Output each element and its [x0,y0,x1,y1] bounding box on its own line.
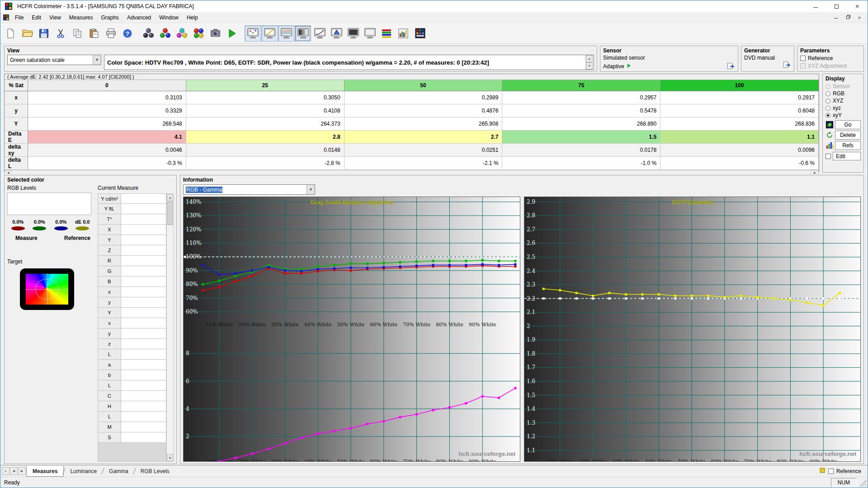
document-icon[interactable] [3,14,9,20]
toolbar-paste-button[interactable] [86,25,102,42]
display-option-xyy[interactable]: xyY [826,112,861,119]
refs-button[interactable]: Refs [835,141,861,150]
table-cell[interactable]: 0.0148 [186,144,344,157]
table-cell[interactable]: 0.4876 [344,104,503,117]
table-cell[interactable]: 265.908 [344,117,503,131]
radio-icon[interactable] [826,113,830,118]
toolbar-color-histogram-button[interactable] [395,25,411,42]
saturation-scale-dropdown[interactable]: Green saturation scale ▼ [7,55,101,65]
tab-measures[interactable]: Measures [26,466,64,477]
sensor-config-icon[interactable] [726,62,735,70]
toolbar-view-luminance-button[interactable] [311,25,328,42]
radio-icon[interactable] [826,84,830,89]
toolbar-spheres-rgb-button[interactable] [157,25,173,42]
table-cell[interactable]: 2.7 [344,131,503,144]
toolbar-view-gamma-button[interactable] [261,25,278,42]
toolbar-measure-grid-button[interactable] [412,25,428,42]
menu-edit[interactable]: Edit [28,13,45,22]
mdi-minimize-button[interactable] [832,14,840,21]
toolbar-spheres-dark-button[interactable] [140,25,156,42]
tab-rgb-levels[interactable]: RGB Levels [135,466,175,476]
tab-scroll-right-button[interactable]: ► [18,467,26,475]
table-cell[interactable]: 0.3329 [28,104,186,117]
menu-view[interactable]: View [45,13,65,22]
radio-icon[interactable] [826,106,830,111]
scroll-down-icon[interactable]: ▼ [167,454,173,461]
tab-luminance[interactable]: Luminance [64,466,103,476]
minimize-button[interactable] [805,0,826,12]
table-cell[interactable]: -0.3 % [28,157,186,170]
table-cell[interactable]: 0.2917 [660,91,819,104]
graph-type-dropdown[interactable]: RGB - Gamma ▼ [183,184,315,195]
table-cell[interactable]: 4.1 [28,131,186,144]
toolbar-saturation-bars-button[interactable] [378,25,395,42]
toolbar-view-rgb-levels-button[interactable] [278,25,294,42]
toolbar-run-button[interactable] [224,25,240,42]
table-cell[interactable]: 0.2989 [344,91,503,104]
table-cell[interactable]: 264.373 [186,117,344,131]
toolbar-spheres-cmy-button[interactable] [174,25,190,42]
close-button[interactable]: × [847,0,868,12]
table-cell[interactable]: 268.890 [502,117,660,131]
menu-advanced[interactable]: Advanced [123,13,155,22]
tab-scroll-left-button[interactable]: ◄ [10,467,18,475]
table-cell[interactable]: 1.5 [502,131,660,144]
generator-config-icon[interactable] [783,61,791,70]
table-cell[interactable]: 0.0178 [502,144,660,157]
delete-button[interactable]: Delete [835,131,861,140]
toolbar-view-free-measures-button[interactable] [245,25,261,42]
display-option-sensor[interactable]: Sensor [826,83,861,90]
toolbar-view-near-white-button[interactable] [362,25,378,42]
table-cell[interactable]: -1.0 % [502,157,660,170]
table-cell[interactable]: 1.1 [660,131,819,144]
spinner-down-button[interactable]: ▼ [586,62,593,70]
menu-graphs[interactable]: Graphs [97,13,123,22]
toolbar-view-grayscale-button[interactable] [295,25,311,42]
maximize-button[interactable] [826,0,847,12]
table-cell[interactable]: -0.6 % [660,157,819,170]
toolbar-cut-button[interactable] [52,25,69,42]
toolbar-help-button[interactable]: ? [119,25,136,42]
display-option-xyz[interactable]: xyz [826,104,861,112]
table-cell[interactable]: 0.3050 [186,91,344,104]
table-cell[interactable]: 0.6048 [660,104,819,117]
edit-button[interactable]: Edit [833,152,861,160]
table-cell[interactable]: 269.548 [28,117,186,131]
radio-icon[interactable] [826,99,830,103]
toolbar-print-button[interactable] [103,25,119,42]
mdi-restore-button[interactable] [844,14,851,21]
go-button[interactable]: Go [835,120,861,129]
toolbar-spheres-multi-button[interactable] [190,25,207,42]
scroll-up-icon[interactable]: ▲ [167,194,173,201]
table-cell[interactable]: -2.8 % [186,157,344,170]
table-cell[interactable]: 268.836 [660,117,819,131]
tab-reference-checkbox[interactable] [828,469,834,474]
table-cell[interactable]: 0.4108 [186,104,344,117]
toolbar-camera-button[interactable] [207,25,223,42]
toolbar-save-button[interactable] [36,25,52,42]
table-cell[interactable]: 0.5478 [502,104,660,117]
toolbar-open-folder-button[interactable] [19,25,35,42]
mdi-close-button[interactable]: × [856,14,863,21]
toolbar-copy-button[interactable] [69,25,85,42]
reference-checkbox[interactable] [800,56,806,61]
table-cell[interactable]: 0.3103 [28,91,186,104]
tab-menu-button[interactable]: ▪ [2,467,9,475]
table-cell[interactable]: 0.2957 [502,91,660,104]
toolbar-new-document-button[interactable] [2,25,19,42]
toolbar-view-near-black-button[interactable] [345,25,361,42]
table-cell[interactable]: 2.8 [186,131,344,144]
spinner-up-button[interactable]: ▲ [586,55,593,62]
menu-window[interactable]: Window [155,13,183,22]
menu-measures[interactable]: Measures [65,13,97,22]
menu-help[interactable]: Help [183,13,202,22]
radio-icon[interactable] [826,91,830,96]
resize-grip[interactable] [859,479,867,487]
menu-file[interactable]: File [11,13,28,22]
edit-checkbox[interactable] [826,154,831,159]
scrollbar-thumb[interactable] [167,202,173,225]
current-measure-scrollbar[interactable]: ▲ ▼ [166,193,174,462]
display-option-rgb[interactable]: RGB [826,90,861,97]
tab-gamma[interactable]: Gamma [103,466,134,476]
table-cell[interactable]: -2.1 % [344,157,503,170]
